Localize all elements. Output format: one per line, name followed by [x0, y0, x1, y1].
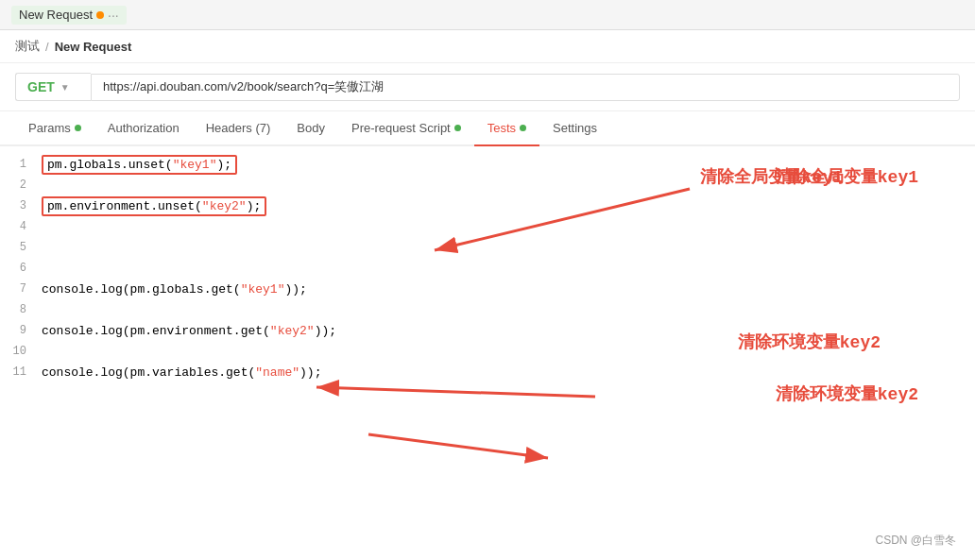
- code-line-5: 5: [0, 237, 975, 258]
- code-editor[interactable]: 1 pm.globals.unset("key1"); 2 3 pm.envir…: [0, 146, 975, 560]
- tab-new-request[interactable]: New Request ···: [11, 6, 127, 25]
- tab-authorization-label: Authorization: [108, 121, 180, 135]
- tab-settings[interactable]: Settings: [539, 111, 610, 144]
- tab-body-label: Body: [297, 121, 325, 135]
- line-content-1: pm.globals.unset("key1");: [42, 155, 237, 175]
- line-num-6: 6: [8, 262, 42, 275]
- method-select[interactable]: GET ▼: [15, 73, 91, 101]
- tab-pre-request[interactable]: Pre-request Script: [338, 111, 474, 144]
- url-input[interactable]: [91, 74, 960, 101]
- footer-text: CSDN @白雪冬: [875, 534, 956, 547]
- line-content-3: pm.environment.unset("key2");: [42, 196, 266, 216]
- line-content-7: console.log(pm.globals.get("key1"));: [42, 282, 307, 297]
- line-num-2: 2: [8, 178, 42, 192]
- breadcrumb-sep: /: [45, 40, 49, 54]
- annotation-text-2: 清除环境变量key2: [776, 382, 918, 405]
- line-num-4: 4: [8, 220, 42, 233]
- tab-headers[interactable]: Headers (7): [193, 111, 284, 144]
- breadcrumb-current: New Request: [55, 40, 132, 54]
- annotation-label-2: 清除环境变量key2: [738, 331, 881, 353]
- line-num-1: 1: [8, 158, 42, 171]
- tab-authorization[interactable]: Authorization: [94, 111, 193, 144]
- tab-tests[interactable]: Tests: [474, 111, 539, 146]
- tab-params[interactable]: Params: [15, 111, 94, 144]
- svg-line-2: [316, 387, 595, 397]
- url-bar: GET ▼: [0, 63, 975, 111]
- tab-settings-label: Settings: [553, 121, 597, 135]
- code-line-3: 3 pm.environment.unset("key2");: [0, 195, 975, 216]
- breadcrumb-parent: 测试: [15, 38, 40, 55]
- footer: CSDN @白雪冬: [875, 533, 956, 549]
- code-line-7: 7 console.log(pm.globals.get("key1"));: [0, 279, 975, 299]
- tab-params-label: Params: [28, 121, 71, 135]
- tab-body[interactable]: Body: [283, 111, 338, 144]
- tab-tests-label: Tests: [488, 121, 516, 135]
- annotation-text-1: 清除全局变量key1: [776, 165, 918, 188]
- chevron-down-icon: ▼: [60, 82, 70, 93]
- more-icon[interactable]: ···: [108, 8, 119, 23]
- tab-pre-request-label: Pre-request Script: [351, 121, 451, 135]
- main-content: 测试 / New Request GET ▼ Params Authorizat…: [0, 30, 975, 560]
- tab-tests-dot: [520, 125, 526, 131]
- tab-params-dot: [75, 125, 81, 131]
- code-line-11: 11 console.log(pm.variables.get("name"))…: [0, 362, 975, 382]
- line-num-9: 9: [8, 324, 42, 337]
- line-num-3: 3: [8, 199, 42, 212]
- line-num-10: 10: [8, 345, 42, 358]
- line-num-7: 7: [8, 282, 42, 296]
- code-line-8: 8: [0, 299, 975, 320]
- new-request-label: New Request: [19, 8, 93, 22]
- breadcrumb: 测试 / New Request: [0, 30, 975, 63]
- tab-pre-request-dot: [454, 125, 461, 131]
- code-line-6: 6: [0, 258, 975, 279]
- line-num-8: 8: [8, 303, 42, 316]
- line-content-11: console.log(pm.variables.get("name"));: [42, 365, 321, 380]
- line-num-11: 11: [8, 365, 42, 379]
- unsaved-dot: [96, 11, 104, 19]
- tab-headers-label: Headers (7): [206, 121, 271, 135]
- tabs-bar: Params Authorization Headers (7) Body Pr…: [0, 111, 975, 146]
- top-bar: New Request ···: [0, 0, 975, 30]
- method-label: GET: [27, 79, 55, 94]
- svg-line-3: [368, 434, 548, 458]
- code-line-4: 4: [0, 216, 975, 237]
- line-num-5: 5: [8, 241, 42, 254]
- line-content-9: console.log(pm.environment.get("key2"));: [42, 324, 336, 338]
